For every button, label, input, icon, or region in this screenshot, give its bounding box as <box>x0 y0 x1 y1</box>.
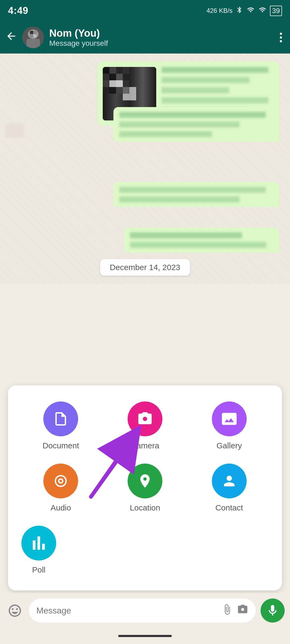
svg-rect-17 <box>116 80 123 87</box>
status-icons: 426 KB/s 39 <box>207 6 282 16</box>
message-input-wrap <box>29 598 256 623</box>
svg-rect-9 <box>116 67 123 74</box>
attach-gallery[interactable]: Gallery <box>190 401 269 450</box>
camera-label: Camera <box>131 441 159 450</box>
svg-rect-2 <box>26 39 40 48</box>
svg-rect-7 <box>103 67 109 74</box>
nav-pill <box>118 635 172 637</box>
location-label: Location <box>130 503 160 512</box>
svg-rect-21 <box>116 87 123 94</box>
nav-bar <box>0 628 290 644</box>
location-icon-circle <box>128 464 162 498</box>
attach-audio[interactable]: Audio <box>21 464 100 512</box>
more-options-button[interactable] <box>277 30 285 45</box>
contact-icon-circle <box>212 464 247 498</box>
date-badge: December 14, 2023 <box>100 259 190 276</box>
emoji-button[interactable] <box>5 601 24 620</box>
speed-indicator: 426 KB/s <box>207 7 232 14</box>
back-button[interactable] <box>5 30 17 45</box>
status-time: 4:49 <box>8 5 28 16</box>
svg-rect-6 <box>33 34 36 37</box>
message-input[interactable] <box>36 606 217 616</box>
svg-rect-22 <box>123 87 129 94</box>
battery-icon: 39 <box>270 6 282 16</box>
audio-label: Audio <box>51 503 71 512</box>
bluetooth-icon <box>236 6 243 16</box>
signal-icon <box>246 6 255 16</box>
attach-location[interactable]: Location <box>106 464 185 512</box>
svg-rect-12 <box>109 74 116 80</box>
svg-rect-3 <box>30 31 33 34</box>
contact-subtitle: Message yourself <box>49 39 272 48</box>
svg-rect-10 <box>123 67 129 74</box>
status-bar: 4:49 426 KB/s 39 <box>0 0 290 21</box>
attach-camera[interactable]: Camera <box>106 401 185 450</box>
gallery-icon-circle <box>212 401 247 436</box>
attach-poll[interactable]: Poll <box>21 526 56 574</box>
attach-document[interactable]: Document <box>21 401 100 450</box>
svg-rect-19 <box>103 87 109 94</box>
svg-rect-18 <box>123 80 129 87</box>
svg-rect-14 <box>123 74 129 80</box>
poll-label: Poll <box>32 565 45 574</box>
camera-icon-circle <box>128 401 162 436</box>
attach-grid: Document Camera Gallery Audio <box>21 401 269 512</box>
left-message <box>5 123 24 138</box>
message-bubble-4 <box>124 228 279 253</box>
chat-header: Nom (You) Message yourself <box>0 21 290 54</box>
document-label: Document <box>43 441 79 450</box>
dot1 <box>280 33 282 35</box>
svg-rect-15 <box>103 80 109 87</box>
attachment-menu: Document Camera Gallery Audio <box>8 385 282 590</box>
dot3 <box>280 40 282 42</box>
bottom-bar <box>0 593 290 628</box>
camera-button-inline[interactable] <box>237 604 248 618</box>
contact-label: Contact <box>215 503 243 512</box>
svg-rect-8 <box>109 67 116 74</box>
chat-area: December 14, 2023 <box>0 54 290 284</box>
audio-icon-circle <box>43 464 78 498</box>
header-info: Nom (You) Message yourself <box>49 28 272 48</box>
svg-rect-11 <box>103 74 109 80</box>
contact-name: Nom (You) <box>49 28 272 39</box>
svg-rect-13 <box>116 74 123 80</box>
mic-button[interactable] <box>261 598 285 623</box>
svg-rect-5 <box>30 34 33 37</box>
message-bubble-3 <box>113 182 279 207</box>
svg-rect-16 <box>109 80 116 87</box>
poll-row: Poll <box>21 526 269 574</box>
dot2 <box>280 36 282 39</box>
svg-rect-20 <box>109 87 116 94</box>
svg-rect-4 <box>33 31 36 34</box>
poll-icon-circle <box>21 526 56 560</box>
document-icon-circle <box>43 401 78 436</box>
gallery-label: Gallery <box>216 441 242 450</box>
avatar[interactable] <box>22 27 44 48</box>
message-bubble-2 <box>113 107 279 142</box>
attach-contact[interactable]: Contact <box>190 464 269 512</box>
attachment-button-inline[interactable] <box>222 604 233 618</box>
wifi-icon <box>258 6 267 16</box>
